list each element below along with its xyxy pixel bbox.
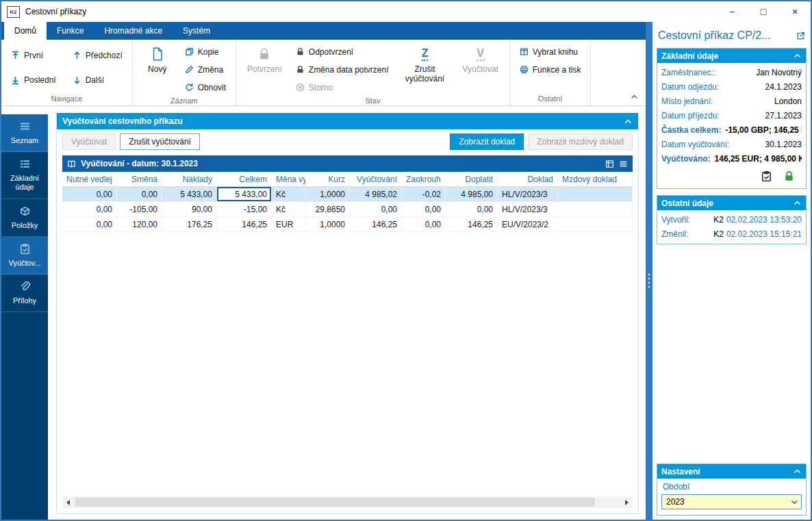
change-button[interactable]: Změna	[182, 62, 229, 77]
table-cell[interactable]	[558, 217, 633, 232]
panel-splitter[interactable]	[646, 22, 652, 520]
table-cell[interactable]: Kč	[272, 202, 306, 217]
column-header[interactable]: Doklad	[498, 172, 558, 187]
scrollbar-track[interactable]	[74, 496, 621, 508]
table-cell[interactable]: 0,00	[62, 187, 117, 202]
tab-funkce[interactable]: Funkce	[47, 22, 94, 40]
clipboard-check-icon[interactable]	[761, 170, 772, 182]
table-cell[interactable]: 0,00	[446, 202, 498, 217]
chevron-up-icon[interactable]	[793, 51, 802, 60]
column-header[interactable]: Vyúčtování	[350, 172, 402, 187]
table-cell[interactable]: 1,0000	[306, 217, 350, 232]
column-header[interactable]: Měna vy	[272, 172, 306, 187]
table-cell[interactable]: 0,00	[62, 202, 117, 217]
show-document-button[interactable]: Zobrazit doklad	[450, 134, 524, 150]
scroll-left-icon[interactable]	[62, 496, 74, 508]
chevron-down-icon[interactable]	[787, 495, 801, 509]
settle-button[interactable]: Vyúčtovat	[62, 134, 116, 150]
period-combobox[interactable]: 2023	[661, 494, 802, 509]
table-cell[interactable]: HL/V/2023/3	[498, 187, 558, 202]
table-cell[interactable]: 146,25	[446, 217, 498, 232]
table-cell[interactable]: 90,00	[162, 202, 217, 217]
grid-menu-icon[interactable]	[619, 160, 628, 168]
table-cell[interactable]: 0,00	[350, 202, 402, 217]
new-record-button[interactable]: Nový	[140, 44, 175, 75]
export-icon[interactable]	[605, 160, 614, 168]
table-cell[interactable]: EU/V/2023/2	[498, 217, 558, 232]
table-cell[interactable]: 0,00	[117, 187, 162, 202]
table-cell[interactable]: HL/V/2023/3	[498, 202, 558, 217]
table-row[interactable]: 0,00 120,00 176,25 146,25 EUR 1,0000 146…	[62, 217, 633, 232]
column-header[interactable]: Kurz	[306, 172, 350, 187]
table-cell[interactable]: Kč	[272, 187, 306, 202]
change-confirm-date-button[interactable]: Změna data potvrzení	[293, 62, 392, 77]
table-cell[interactable]: 0,00	[402, 202, 446, 217]
section-header-zakladni-udaje[interactable]: Základní údaje	[657, 49, 806, 63]
functions-print-button[interactable]: Funkce a tisk	[517, 62, 584, 77]
next-record-button[interactable]: Další	[70, 73, 125, 88]
sidebar-item-zakladni-udaje[interactable]: Základní údaje	[1, 152, 48, 199]
field-departure-date: Datum odjezdu: 24.1.2023	[661, 79, 802, 94]
table-cell[interactable]: EUR	[272, 217, 306, 232]
copy-button[interactable]: Kopie	[182, 44, 229, 60]
cancel-settlement-button[interactable]: Zrušit vyúčtování	[120, 134, 200, 150]
settle-ribbon-button[interactable]: V Vyúčtovat	[459, 44, 503, 75]
column-header[interactable]: Mzdový doklad	[558, 172, 633, 187]
column-header[interactable]: Celkem	[217, 172, 272, 187]
section-header-ostatni-udaje[interactable]: Ostatní údaje	[657, 196, 806, 210]
sidebar-item-prilohy[interactable]: Přílohy	[1, 275, 48, 312]
maximize-icon[interactable]: □	[748, 1, 779, 22]
table-cell[interactable]: -105,00	[117, 202, 162, 217]
table-cell[interactable]: 1,0000	[306, 187, 350, 202]
sidebar-item-seznam[interactable]: Seznam	[1, 114, 48, 152]
table-cell[interactable]: -15,00	[217, 202, 272, 217]
close-icon[interactable]: ×	[779, 1, 811, 22]
tab-system[interactable]: Systém	[173, 22, 220, 40]
minimize-icon[interactable]: −	[716, 1, 748, 22]
column-header[interactable]: Směna	[117, 172, 162, 187]
unconfirm-button[interactable]: Odpotvrzení	[293, 44, 392, 60]
column-header[interactable]: Zaokrouh	[402, 172, 446, 187]
chevron-up-icon[interactable]	[793, 467, 802, 476]
table-cell[interactable]: 0,00	[62, 217, 117, 232]
table-cell[interactable]: 146,25	[350, 217, 402, 232]
show-payroll-document-button[interactable]: Zobrazit mzdový doklad	[528, 134, 633, 150]
table-cell-focused[interactable]: 5 433,00	[217, 187, 272, 202]
previous-record-button[interactable]: Předchozí	[70, 47, 125, 63]
scroll-right-icon[interactable]	[621, 496, 633, 508]
scrollbar-thumb[interactable]	[75, 498, 595, 507]
table-cell[interactable]: -0,02	[402, 187, 446, 202]
column-header[interactable]: Doplatit	[446, 172, 498, 187]
table-row[interactable]: 0,00 0,00 5 433,00 5 433,00 Kč 1,0000 4 …	[62, 187, 633, 202]
cancel-settlement-ribbon-button[interactable]: Z Zrušit vyúčtování	[398, 44, 452, 84]
table-cell[interactable]: 5 433,00	[162, 187, 217, 202]
first-record-button[interactable]: První	[8, 47, 59, 63]
horizontal-scrollbar[interactable]	[62, 496, 633, 508]
section-header-nastaveni[interactable]: Nastavení	[657, 464, 806, 479]
table-cell[interactable]: 120,00	[117, 217, 162, 232]
table-cell[interactable]: 29,8650	[306, 202, 350, 217]
chevron-up-icon[interactable]	[624, 117, 633, 126]
storno-button[interactable]: Storno	[293, 79, 392, 95]
sidebar-item-polozky[interactable]: Položky	[1, 199, 48, 237]
open-in-window-icon[interactable]	[796, 31, 805, 40]
chevron-up-icon[interactable]	[793, 199, 802, 207]
column-header[interactable]: Nutné vedlej	[62, 172, 117, 187]
table-cell[interactable]: 4 985,00	[446, 187, 498, 202]
select-book-button[interactable]: Vybrat knihu	[517, 44, 584, 60]
table-cell[interactable]: 0,00	[402, 217, 446, 232]
table-cell[interactable]: 146,25	[217, 217, 272, 232]
tab-domu[interactable]: Domů	[4, 22, 47, 40]
table-row[interactable]: 0,00 -105,00 90,00 -15,00 Kč 29,8650 0,0…	[62, 202, 633, 217]
table-cell[interactable]: 176,25	[162, 217, 217, 232]
confirm-button[interactable]: Potvrzení	[243, 44, 286, 75]
table-cell[interactable]: 4 985,02	[350, 187, 402, 202]
ribbon-collapse-button[interactable]	[630, 92, 639, 101]
table-cell[interactable]	[558, 202, 633, 217]
column-header[interactable]: Náklady	[162, 172, 217, 187]
table-cell[interactable]	[558, 187, 633, 202]
last-record-button[interactable]: Poslední	[8, 73, 59, 88]
refresh-button[interactable]: Obnovit	[182, 79, 229, 95]
tab-hromadne-akce[interactable]: Hromadné akce	[94, 22, 173, 40]
sidebar-item-vyuctovani[interactable]: Vyúčtov...	[1, 237, 48, 275]
